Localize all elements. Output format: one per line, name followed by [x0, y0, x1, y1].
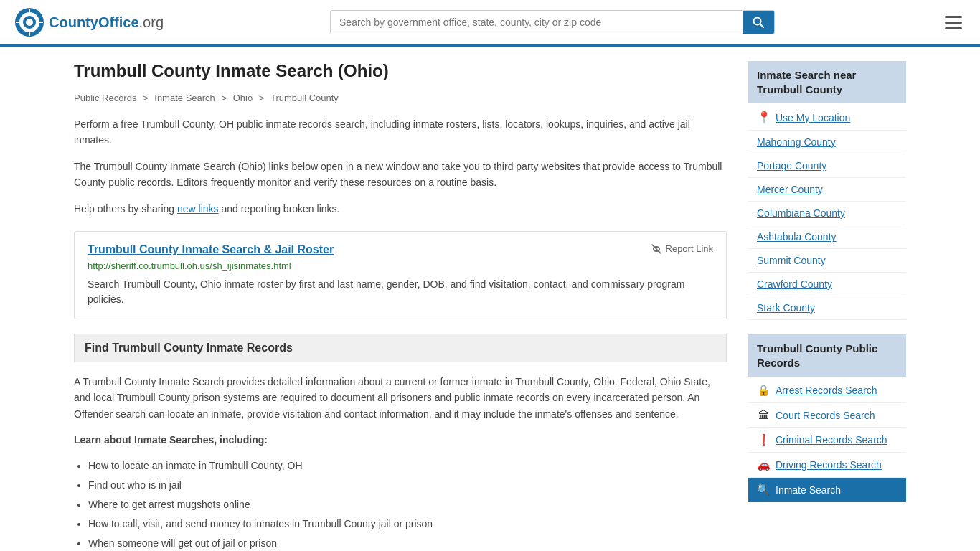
sidebar-nearby-county: Mercer County: [748, 178, 906, 202]
sidebar-county-link[interactable]: Crawford County: [757, 278, 832, 290]
sidebar-nearby-county: Stark County: [748, 296, 906, 320]
sidebar-county-link[interactable]: Mahoning County: [757, 136, 836, 148]
bullet-item: How to locate an inmate in Trumbull Coun…: [88, 458, 727, 474]
sidebar-county-link[interactable]: Portage County: [757, 160, 826, 171]
breadcrumb-ohio[interactable]: Ohio: [233, 93, 253, 103]
sidebar-nearby-county: Columbiana County: [748, 202, 906, 225]
report-link-button[interactable]: Report Link: [651, 243, 713, 255]
public-records-header: Trumbull County Public Records: [748, 334, 906, 377]
breadcrumb-inmate-search[interactable]: Inmate Search: [154, 93, 215, 103]
bullet-item: When someone will get out of jail or pri…: [88, 536, 727, 551]
header: CountyOffice.org: [0, 0, 980, 47]
pub-rec-icon: 🏛: [757, 409, 770, 421]
new-links-link[interactable]: new links: [177, 203, 219, 215]
breadcrumb-sep-2: >: [221, 93, 229, 103]
sidebar-county-link[interactable]: Summit County: [757, 255, 826, 266]
pub-rec-item: ❗Criminal Records Search: [748, 428, 906, 453]
content-area: Trumbull County Inmate Search (Ohio) Pub…: [74, 61, 727, 551]
search-button[interactable]: [743, 11, 774, 34]
link-card-header: Trumbull County Inmate Search & Jail Ros…: [88, 243, 713, 256]
svg-line-9: [760, 24, 764, 28]
search-input[interactable]: [331, 11, 743, 34]
search-area: [330, 10, 775, 34]
sidebar-county-link[interactable]: Stark County: [757, 302, 815, 314]
logo-area: CountyOffice.org: [14, 7, 164, 37]
sidebar: Inmate Search near Trumbull County 📍 Use…: [748, 61, 906, 551]
nearby-counties-list: Mahoning CountyPortage CountyMercer Coun…: [748, 131, 906, 320]
breadcrumb-sep-3: >: [259, 93, 267, 103]
breadcrumb-sep-1: >: [143, 93, 151, 103]
sidebar-nearby-county: Portage County: [748, 154, 906, 178]
pub-rec-link[interactable]: Driving Records Search: [776, 459, 882, 471]
bullet-item: Find out who is in jail: [88, 478, 727, 493]
pub-rec-link[interactable]: Arrest Records Search: [776, 385, 877, 396]
bullet-list: How to locate an inmate in Trumbull Coun…: [88, 458, 727, 551]
logo-icon: [14, 7, 44, 37]
sidebar-county-link[interactable]: Columbiana County: [757, 207, 845, 219]
breadcrumb: Public Records > Inmate Search > Ohio > …: [74, 93, 727, 103]
find-records-body-text: A Trumbull County Inmate Search provides…: [74, 374, 727, 422]
pub-rec-link[interactable]: Criminal Records Search: [776, 434, 887, 446]
find-records-section: Find Trumbull County Inmate Records A Tr…: [74, 334, 727, 551]
pub-rec-link[interactable]: Inmate Search: [776, 484, 841, 496]
sidebar-nearby-county: Mahoning County: [748, 131, 906, 154]
intro-paragraph-3: Help others by sharing new links and rep…: [74, 201, 727, 217]
pub-rec-icon: ❗: [757, 433, 770, 446]
svg-point-3: [26, 19, 33, 26]
sidebar-nearby-county: Ashtabula County: [748, 225, 906, 249]
hamburger-line-2: [945, 22, 962, 24]
link-url[interactable]: http://sheriff.co.trumbull.oh.us/sh_ijis…: [88, 260, 713, 271]
bullet-item: Where to get arrest mugshots online: [88, 497, 727, 512]
pub-rec-item: 🏛Court Records Search: [748, 403, 906, 428]
breadcrumb-public-records[interactable]: Public Records: [74, 93, 136, 103]
intro3-prefix: Help others by sharing: [74, 203, 177, 215]
sidebar-nearby-county: Summit County: [748, 249, 906, 273]
public-records-list: 🔒Arrest Records Search🏛Court Records Sea…: [748, 378, 906, 502]
main-wrapper: Trumbull County Inmate Search (Ohio) Pub…: [60, 47, 920, 551]
broken-link-icon: [651, 243, 662, 255]
search-icon: [753, 17, 764, 28]
sidebar-county-link[interactable]: Mercer County: [757, 184, 823, 195]
pub-rec-item: 🚗Driving Records Search: [748, 453, 906, 478]
link-card-title[interactable]: Trumbull County Inmate Search & Jail Ros…: [88, 243, 334, 256]
nearby-section-header: Inmate Search near Trumbull County: [748, 61, 906, 103]
find-records-header: Find Trumbull County Inmate Records: [74, 334, 727, 362]
pin-icon: 📍: [757, 110, 771, 124]
bullet-item: How to call, visit, and send money to in…: [88, 517, 727, 532]
hamburger-line-1: [945, 16, 962, 18]
link-card: Trumbull County Inmate Search & Jail Ros…: [74, 231, 727, 319]
report-link-label: Report Link: [666, 243, 713, 254]
use-my-location-item[interactable]: 📍 Use My Location: [748, 105, 906, 131]
pub-rec-icon: 🚗: [757, 458, 770, 471]
breadcrumb-trumbull-county[interactable]: Trumbull County: [270, 93, 339, 103]
link-description: Search Trumbull County, Ohio inmate rost…: [88, 277, 713, 307]
use-my-location-link[interactable]: Use My Location: [776, 112, 850, 123]
logo-text: CountyOffice.org: [49, 14, 164, 31]
pub-rec-icon: 🔒: [757, 384, 770, 397]
page-title: Trumbull County Inmate Search (Ohio): [74, 61, 727, 81]
pub-rec-item: 🔒Arrest Records Search: [748, 378, 906, 403]
public-records-section: Trumbull County Public Records 🔒Arrest R…: [748, 334, 906, 502]
intro-paragraph-2: The Trumbull County Inmate Search (Ohio)…: [74, 159, 727, 191]
learn-subheading: Learn about Inmate Searches, including:: [74, 432, 727, 448]
pub-rec-item: 🔍Inmate Search: [748, 478, 906, 502]
hamburger-line-3: [945, 27, 962, 29]
sidebar-county-link[interactable]: Ashtabula County: [757, 231, 837, 242]
pub-rec-icon: 🔍: [757, 484, 770, 496]
pub-rec-link[interactable]: Court Records Search: [776, 410, 875, 421]
intro3-suffix: and reporting broken links.: [219, 203, 340, 215]
nearby-section: Inmate Search near Trumbull County 📍 Use…: [748, 61, 906, 320]
find-records-body: A Trumbull County Inmate Search provides…: [74, 374, 727, 551]
hamburger-button[interactable]: [941, 12, 966, 33]
sidebar-nearby-county: Crawford County: [748, 273, 906, 296]
intro-paragraph-1: Perform a free Trumbull County, OH publi…: [74, 116, 727, 149]
